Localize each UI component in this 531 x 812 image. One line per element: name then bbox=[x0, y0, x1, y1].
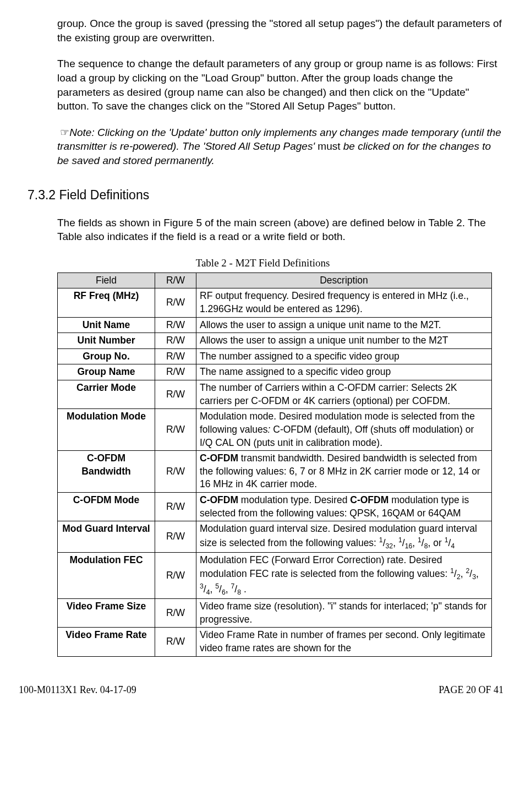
table-row: Modulation ModeR/WModulation mode. Desir… bbox=[58, 409, 492, 451]
table-row: C-OFDM BandwidthR/WC-OFDM transmit bandw… bbox=[58, 451, 492, 493]
cell-rw: R/W bbox=[155, 364, 196, 380]
cell-description: The number of Carriers within a C-OFDM c… bbox=[196, 380, 492, 409]
table-row: Unit NameR/WAllows the user to assign a … bbox=[58, 317, 492, 333]
cell-description: The number assigned to a specific video … bbox=[196, 348, 492, 364]
cell-field: Mod Guard Interval bbox=[58, 521, 155, 552]
cell-field: Unit Name bbox=[58, 317, 155, 333]
cell-field: RF Freq (MHz) bbox=[58, 288, 155, 317]
table-row: Modulation FECR/WModulation FEC (Forward… bbox=[58, 552, 492, 598]
cell-description: Modulation guard interval size. Desired … bbox=[196, 521, 492, 552]
intro-paragraph: The fields as shown in Figure 5 of the m… bbox=[57, 216, 503, 244]
note-must: must bbox=[317, 140, 340, 152]
cell-field: Group No. bbox=[58, 348, 155, 364]
cell-description: Video Frame Rate in number of frames per… bbox=[196, 628, 492, 656]
cell-field: Video Frame Size bbox=[58, 599, 155, 628]
section-title: Field Definitions bbox=[59, 188, 150, 202]
table-caption: Table 2 - M2T Field Definitions bbox=[17, 256, 509, 270]
header-field: Field bbox=[58, 273, 155, 288]
table-row: C-OFDM ModeR/WC-OFDM modulation type. De… bbox=[58, 493, 492, 521]
cell-rw: R/W bbox=[155, 409, 196, 451]
cell-rw: R/W bbox=[155, 317, 196, 333]
cell-rw: R/W bbox=[155, 521, 196, 552]
table-header-row: Field R/W Description bbox=[58, 273, 492, 288]
section-heading: 7.3.2 Field Definitions bbox=[28, 187, 509, 204]
cell-description: C-OFDM transmit bandwidth. Desired bandw… bbox=[196, 451, 492, 493]
cell-description: RF output frequency. Desired frequency i… bbox=[196, 288, 492, 317]
table-row: Group NameR/WThe name assigned to a spec… bbox=[58, 364, 492, 380]
field-definitions-table: Field R/W Description RF Freq (MHz)R/WRF… bbox=[57, 273, 492, 657]
table-row: Video Frame RateR/WVideo Frame Rate in n… bbox=[58, 628, 492, 656]
table-row: Carrier ModeR/WThe number of Carriers wi… bbox=[58, 380, 492, 409]
page-footer: 100-M0113X1 Rev. 04-17-09 PAGE 20 OF 41 bbox=[17, 683, 509, 696]
cell-description: The name assigned to a specific video gr… bbox=[196, 364, 492, 380]
paragraph-continuation: group. Once the group is saved (pressing… bbox=[57, 17, 503, 45]
cell-rw: R/W bbox=[155, 451, 196, 493]
cell-description: Allows the user to assign a unique unit … bbox=[196, 317, 492, 333]
cell-field: Modulation FEC bbox=[58, 552, 155, 598]
header-rw: R/W bbox=[155, 273, 196, 288]
header-desc: Description bbox=[196, 273, 492, 288]
cell-field: Carrier Mode bbox=[58, 380, 155, 409]
cell-rw: R/W bbox=[155, 493, 196, 521]
cell-rw: R/W bbox=[155, 380, 196, 409]
cell-description: Allows the user to assign a unique unit … bbox=[196, 333, 492, 349]
cell-field: Group Name bbox=[58, 364, 155, 380]
cell-description: C-OFDM modulation type. Desired C-OFDM m… bbox=[196, 493, 492, 521]
cell-rw: R/W bbox=[155, 552, 196, 598]
cell-field: C-OFDM Bandwidth bbox=[58, 451, 155, 493]
cell-rw: R/W bbox=[155, 599, 196, 628]
cell-rw: R/W bbox=[155, 288, 196, 317]
cell-rw: R/W bbox=[155, 628, 196, 656]
cell-description: Modulation mode. Desired modulation mode… bbox=[196, 409, 492, 451]
footer-left: 100-M0113X1 Rev. 04-17-09 bbox=[19, 683, 136, 696]
cell-field: Unit Number bbox=[58, 333, 155, 349]
cell-rw: R/W bbox=[155, 348, 196, 364]
cell-description: Modulation FEC (Forward Error Correction… bbox=[196, 552, 492, 598]
cell-rw: R/W bbox=[155, 333, 196, 349]
table-row: Video Frame SizeR/WVideo frame size (res… bbox=[58, 599, 492, 628]
note-paragraph: ☞Note: Clicking on the 'Update' button o… bbox=[57, 126, 503, 168]
footer-right: PAGE 20 OF 41 bbox=[439, 683, 503, 696]
cell-description: Video frame size (resolution). "i" stand… bbox=[196, 599, 492, 628]
note-icon: ☞ bbox=[57, 127, 69, 138]
table-row: Unit NumberR/WAllows the user to assign … bbox=[58, 333, 492, 349]
cell-field: Modulation Mode bbox=[58, 409, 155, 451]
table-row: Group No.R/WThe number assigned to a spe… bbox=[58, 348, 492, 364]
cell-field: C-OFDM Mode bbox=[58, 493, 155, 521]
cell-field: Video Frame Rate bbox=[58, 628, 155, 656]
table-row: Mod Guard IntervalR/WModulation guard in… bbox=[58, 521, 492, 552]
paragraph-sequence: The sequence to change the default param… bbox=[57, 57, 503, 113]
table-row: RF Freq (MHz)R/WRF output frequency. Des… bbox=[58, 288, 492, 317]
section-number: 7.3.2 bbox=[28, 188, 56, 202]
